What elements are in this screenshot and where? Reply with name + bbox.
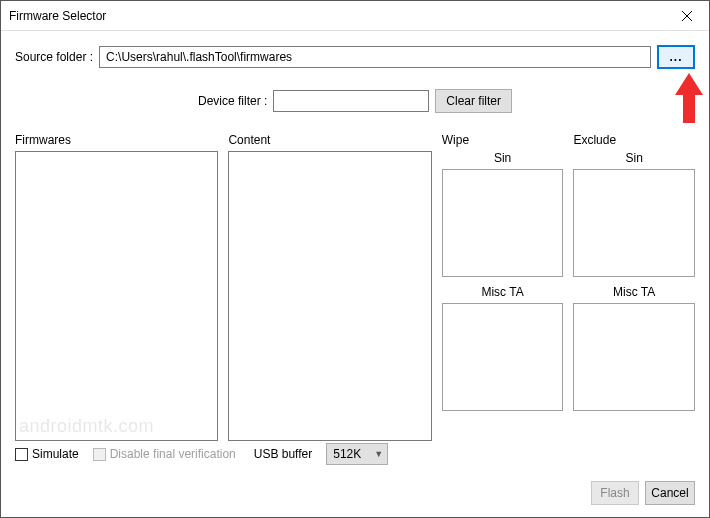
wipe-sin-listbox[interactable] — [442, 169, 564, 277]
firmwares-listbox[interactable] — [15, 151, 218, 441]
cancel-button[interactable]: Cancel — [645, 481, 695, 505]
exclude-sin-listbox[interactable] — [573, 169, 695, 277]
content-header: Content — [228, 133, 431, 147]
filter-row: Device filter : Clear filter — [15, 89, 695, 113]
simulate-checkbox[interactable]: Simulate — [15, 447, 79, 461]
wipe-miscta-listbox[interactable] — [442, 303, 564, 411]
chevron-down-icon: ▼ — [374, 449, 383, 459]
usb-buffer-label: USB buffer — [254, 447, 312, 461]
usb-buffer-combobox[interactable]: 512K ▼ — [326, 443, 388, 465]
window-title: Firmware Selector — [9, 9, 106, 23]
clear-filter-button[interactable]: Clear filter — [435, 89, 512, 113]
title-bar: Firmware Selector — [1, 1, 709, 31]
wipe-header: Wipe — [442, 133, 564, 147]
content-area: Source folder : ... Device filter : Clea… — [1, 31, 709, 449]
device-filter-label: Device filter : — [198, 94, 267, 108]
bottom-bar: Simulate Disable final verification USB … — [15, 443, 695, 465]
main-grid: Firmwares Content Wipe Sin Misc TA Exclu… — [15, 133, 695, 441]
content-column: Content — [228, 133, 431, 441]
action-bar: Flash Cancel — [591, 481, 695, 505]
checkbox-icon — [15, 448, 28, 461]
flash-button: Flash — [591, 481, 639, 505]
simulate-label: Simulate — [32, 447, 79, 461]
browse-button[interactable]: ... — [657, 45, 695, 69]
wipe-column: Wipe Sin Misc TA — [442, 133, 564, 441]
source-label: Source folder : — [15, 50, 93, 64]
wipe-miscta-label: Misc TA — [442, 285, 564, 299]
checkbox-icon — [93, 448, 106, 461]
disable-verification-label: Disable final verification — [110, 447, 236, 461]
close-button[interactable] — [664, 1, 709, 31]
exclude-column: Exclude Sin Misc TA — [573, 133, 695, 441]
firmwares-column: Firmwares — [15, 133, 218, 441]
wipe-sin-label: Sin — [442, 151, 564, 165]
exclude-sin-label: Sin — [573, 151, 695, 165]
source-row: Source folder : ... — [15, 45, 695, 69]
exclude-miscta-listbox[interactable] — [573, 303, 695, 411]
close-icon — [682, 11, 692, 21]
device-filter-input[interactable] — [273, 90, 429, 112]
exclude-header: Exclude — [573, 133, 695, 147]
source-folder-input[interactable] — [99, 46, 651, 68]
disable-verification-checkbox: Disable final verification — [93, 447, 236, 461]
content-listbox[interactable] — [228, 151, 431, 441]
exclude-miscta-label: Misc TA — [573, 285, 695, 299]
firmwares-header: Firmwares — [15, 133, 218, 147]
usb-buffer-value: 512K — [333, 447, 361, 461]
